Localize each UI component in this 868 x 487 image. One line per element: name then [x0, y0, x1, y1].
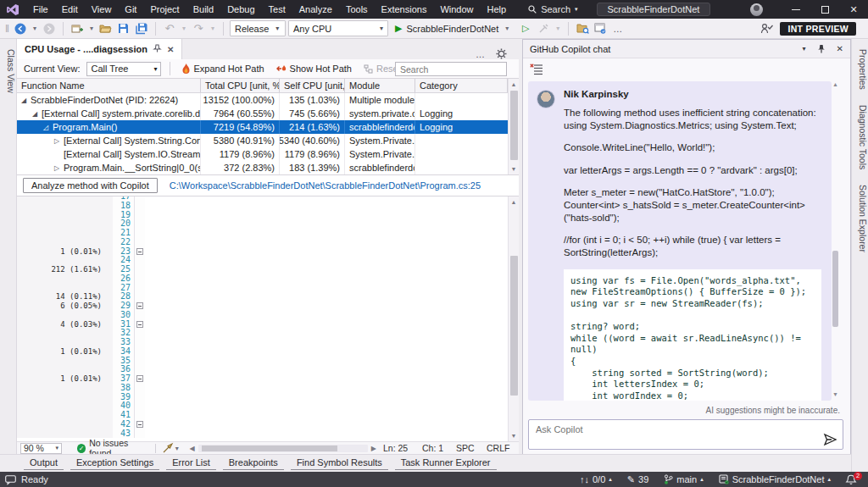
sync-status[interactable]: ↑↓ 0/0 ▴ — [580, 474, 612, 484]
code-line[interactable]: 24 — [17, 256, 508, 265]
code-line[interactable]: 40 — [17, 401, 508, 411]
code-line[interactable]: 27 — [17, 284, 508, 293]
fold-collapse-icon[interactable] — [136, 421, 143, 428]
tree-expander-icon[interactable]: ◢ — [21, 97, 31, 104]
table-row[interactable]: ◢[External Call] system.private.corelib.… — [17, 107, 508, 120]
current-view-dropdown[interactable]: Call Tree▾ — [86, 62, 161, 76]
source-file-link[interactable]: C:\Workspace\ScrabbleFinderDotNet\Scrabb… — [170, 180, 481, 191]
code-line[interactable]: 38 — [17, 384, 508, 393]
close-button[interactable]: ✕ — [839, 0, 868, 19]
menu-tools[interactable]: Tools — [339, 0, 375, 19]
sidebar-tab-solution-explorer[interactable]: Solution Explorer — [852, 181, 868, 256]
table-row[interactable]: ◢ScrabbleFinderDotNet (PID: 22624)13152 … — [17, 93, 508, 107]
send-icon[interactable] — [824, 434, 837, 445]
menu-window[interactable]: Window — [433, 0, 480, 19]
scroll-up-icon[interactable]: ▲ — [509, 196, 519, 208]
find-in-files-button[interactable] — [575, 21, 590, 36]
close-panel-icon[interactable]: ✕ — [837, 44, 843, 53]
sidebar-tab-class-view[interactable]: Class View — [0, 46, 16, 97]
ask-copilot-input[interactable] — [529, 420, 811, 439]
col-category[interactable]: Category — [415, 79, 508, 92]
code-line[interactable]: 36 — [17, 365, 508, 374]
panel-tab-error-list[interactable]: Error List — [166, 457, 216, 470]
code-line[interactable]: 41 — [17, 411, 508, 420]
scrollbar-thumb[interactable] — [202, 445, 337, 451]
pin-icon[interactable] — [817, 44, 826, 53]
close-tab-icon[interactable]: ✕ — [167, 45, 174, 54]
toolbar-grip[interactable]: ‖ — [5, 23, 8, 35]
user-avatar[interactable] — [750, 3, 763, 16]
search-button[interactable]: Search ▾ — [521, 3, 584, 15]
scroll-up-icon[interactable]: ▲ — [509, 79, 519, 90]
panel-tab-output[interactable]: Output — [24, 457, 64, 470]
fold-collapse-icon[interactable] — [136, 302, 143, 309]
fold-margin[interactable] — [134, 374, 145, 384]
sidebar-tab-diagnostic-tools[interactable]: Diagnostic Tools — [852, 102, 868, 173]
menu-build[interactable]: Build — [186, 0, 220, 19]
tab-cpu-usage[interactable]: CPU Usage - ....diagsession ✕ — [17, 39, 182, 59]
code-line[interactable]: 43 — [17, 429, 508, 439]
int-preview-badge[interactable]: INT PREVIEW — [780, 22, 856, 36]
fold-collapse-icon[interactable] — [136, 375, 143, 382]
table-scrollbar[interactable]: ▲ ▼ — [508, 79, 519, 174]
scroll-down-icon[interactable]: ▼ — [509, 430, 519, 441]
expand-hot-path-button[interactable]: Expand Hot Path — [179, 64, 267, 74]
new-project-dropdown[interactable]: ▾ — [87, 25, 96, 32]
sidebar-tab-properties[interactable]: Properties — [852, 46, 868, 93]
horizontal-scrollbar[interactable] — [198, 445, 368, 452]
code-line[interactable]: 33 — [17, 338, 508, 347]
code-line[interactable]: 18 — [17, 202, 508, 211]
menu-git[interactable]: Git — [118, 0, 143, 19]
code-line[interactable]: 30 — [17, 311, 508, 320]
menu-view[interactable]: View — [85, 0, 119, 19]
tree-expander-icon[interactable]: ▷ — [54, 164, 64, 172]
panel-tab-find-symbol-results[interactable]: Find Symbol Results — [291, 457, 388, 470]
scrollbar-thumb[interactable] — [832, 251, 838, 327]
code-line[interactable]: 20 — [17, 219, 508, 229]
scrollbar-thumb[interactable] — [510, 91, 518, 160]
repository-selector[interactable]: ScrabbleFinderDotNet ▴ — [719, 474, 831, 484]
toolbar-overflow-button[interactable]: … — [610, 21, 626, 36]
cpu-search-input[interactable] — [396, 63, 519, 75]
fold-collapse-icon[interactable] — [136, 248, 143, 255]
menu-analyze[interactable]: Analyze — [292, 0, 339, 19]
menu-extensions[interactable]: Extensions — [375, 0, 434, 19]
chat-scrollbar[interactable]: ▲ ▼ — [831, 81, 840, 401]
table-row[interactable]: [External Call] System.IO.StreamReader.R… — [17, 147, 508, 161]
scroll-up-icon[interactable]: ▲ — [831, 81, 840, 91]
col-module[interactable]: Module — [345, 79, 415, 92]
pin-icon[interactable] — [153, 44, 161, 54]
message-bubble-icon[interactable] — [5, 475, 16, 484]
code-line[interactable]: 4 (0.03%)31 — [17, 320, 508, 329]
code-line[interactable]: 1 (0.01%)37 — [17, 374, 508, 384]
tree-expander-icon[interactable]: ◢ — [32, 110, 42, 118]
open-file-button[interactable] — [98, 21, 114, 36]
panel-tab-exception-settings[interactable]: Exception Settings — [70, 457, 159, 470]
scroll-left-icon[interactable]: ◀ — [190, 445, 195, 452]
table-row[interactable]: ◿Program.Main()7219 (54.89%)214 (1.63%)s… — [17, 120, 508, 134]
fold-collapse-icon[interactable] — [136, 321, 143, 328]
back-dropdown[interactable]: ▾ — [31, 25, 39, 32]
menu-help[interactable]: Help — [481, 0, 514, 19]
code-line[interactable]: 42 — [17, 420, 508, 429]
tree-expander-icon[interactable]: ◿ — [43, 124, 53, 131]
pending-edits[interactable]: ✎ 39 — [627, 474, 648, 485]
redo-dropdown[interactable]: ▾ — [209, 25, 217, 32]
configuration-dropdown[interactable]: Release▾ — [230, 20, 286, 36]
fold-margin[interactable] — [134, 320, 145, 329]
fold-margin[interactable] — [134, 302, 145, 311]
table-row[interactable]: ▷[External Call] System.String.Concat<T>… — [17, 134, 508, 147]
branch-selector[interactable]: main ▴ — [664, 474, 703, 484]
panel-tab-task-runner-explorer[interactable]: Task Runner Explorer — [395, 457, 497, 470]
code-line[interactable]: 6 (0.05%)29 — [17, 302, 508, 311]
code-line[interactable]: 32 — [17, 329, 508, 338]
code-line[interactable]: 19 — [17, 211, 508, 220]
save-button[interactable] — [116, 21, 131, 36]
code-editor[interactable]: 1718192021221 (0.01%)2324212 (1.61%)2526… — [17, 196, 508, 441]
settings-gear-icon[interactable] — [496, 48, 507, 59]
editor-scrollbar[interactable]: ▲ ▼ — [508, 196, 519, 441]
code-line[interactable]: 26 — [17, 274, 508, 284]
attach-dropdown[interactable]: ▾ — [554, 25, 562, 32]
scroll-down-icon[interactable]: ▼ — [831, 391, 840, 401]
menu-edit[interactable]: Edit — [55, 0, 85, 19]
